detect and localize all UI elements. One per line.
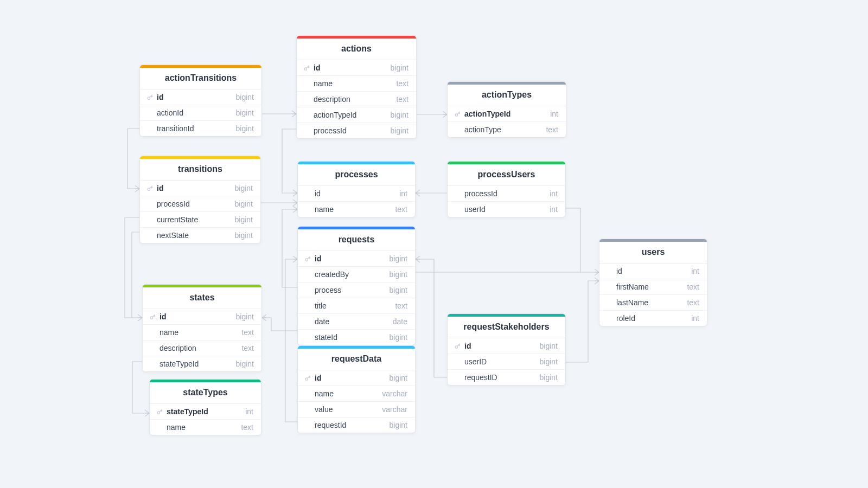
column-row[interactable]: nametext [143, 325, 261, 341]
key-icon [146, 94, 154, 101]
column-row[interactable]: processIdint [448, 186, 565, 202]
column-row[interactable]: processbigint [298, 282, 415, 298]
column-row[interactable]: titletext [298, 298, 415, 314]
column-row[interactable]: transitionIdbigint [140, 121, 261, 136]
table-title: requestStakeholders [448, 317, 565, 338]
table-states[interactable]: statesidbigintnametextdescriptiontextsta… [142, 284, 262, 372]
column-row[interactable]: nametext [298, 202, 415, 217]
column-row[interactable]: descriptiontext [297, 92, 416, 107]
column-row[interactable]: roleIdint [599, 311, 707, 326]
column-name: actionType [454, 125, 501, 134]
table-actions[interactable]: actionsidbigintnametextdescriptiontextac… [296, 35, 417, 139]
column-name: processId [146, 200, 190, 208]
column-type: bigint [390, 333, 407, 342]
column-name: actionId [146, 108, 183, 117]
column-type: bigint [236, 108, 254, 117]
column-row[interactable]: stateIdbigint [298, 330, 415, 345]
column-row[interactable]: actionTypeIdint [448, 106, 566, 122]
column-type: bigint [390, 374, 407, 382]
column-name: roleId [606, 314, 635, 323]
column-type: bigint [390, 421, 407, 429]
table-transitions[interactable]: transitionsidbigintprocessIdbigintcurren… [139, 156, 261, 243]
column-row[interactable]: userIDbigint [448, 354, 565, 370]
column-name: id [146, 184, 163, 192]
column-row[interactable]: stateTypeIdbigint [143, 356, 261, 371]
column-row[interactable]: processIdbigint [140, 196, 260, 212]
column-row[interactable]: processIdbigint [297, 123, 416, 138]
table-processes[interactable]: processesidintnametext [297, 161, 416, 217]
table-requestStakeholders[interactable]: requestStakeholdersidbigintuserIDbigintr… [447, 313, 566, 386]
table-actionTransitions[interactable]: actionTransitionsidbigintactionIdbigintt… [139, 65, 262, 137]
table-title: processes [298, 164, 415, 186]
table-title: users [599, 242, 707, 264]
column-name: userID [454, 357, 487, 366]
column-name: stateTypeId [156, 407, 208, 416]
column-row[interactable]: actionTypetext [448, 122, 566, 137]
table-requestData[interactable]: requestDataidbigintnamevarcharvaluevarch… [297, 345, 416, 433]
table-processUsers[interactable]: processUsersprocessIdintuserIdint [447, 161, 566, 217]
column-name: stateId [304, 333, 337, 342]
column-row[interactable]: idbigint [298, 370, 415, 386]
column-type: int [691, 314, 699, 323]
column-type: bigint [390, 286, 407, 294]
column-name: name [304, 389, 334, 398]
table-title: transitions [140, 159, 260, 181]
column-row[interactable]: idbigint [140, 89, 261, 105]
column-type: int [691, 267, 699, 275]
column-row[interactable]: nextStatebigint [140, 228, 260, 243]
column-name: name [156, 423, 186, 432]
column-row[interactable]: requestIdbigint [298, 418, 415, 433]
column-row[interactable]: nametext [150, 420, 261, 435]
column-row[interactable]: createdBybigint [298, 267, 415, 282]
column-name: lastName [606, 298, 648, 307]
column-type: text [241, 423, 253, 432]
column-row[interactable]: currentStatebigint [140, 212, 260, 228]
column-type: text [546, 125, 558, 134]
column-type: bigint [390, 270, 407, 279]
table-title: requestData [298, 349, 415, 370]
column-type: text [396, 95, 409, 104]
column-row[interactable]: valuevarchar [298, 402, 415, 418]
column-type: bigint [391, 63, 409, 72]
column-row[interactable]: nametext [297, 76, 416, 92]
column-row[interactable]: userIdint [448, 202, 565, 217]
column-row[interactable]: actionTypeIdbigint [297, 107, 416, 123]
column-type: text [687, 282, 699, 291]
column-row[interactable]: idbigint [143, 309, 261, 325]
column-row[interactable]: actionIdbigint [140, 105, 261, 121]
column-row[interactable]: descriptiontext [143, 341, 261, 356]
column-type: int [550, 110, 558, 118]
column-type: text [396, 79, 409, 88]
column-type: bigint [540, 373, 558, 382]
table-users[interactable]: usersidintfirstNametextlastNametextroleI… [599, 239, 707, 326]
column-name: title [304, 301, 327, 310]
column-type: bigint [236, 312, 254, 321]
table-stateTypes[interactable]: stateTypesstateTypeIdintnametext [149, 379, 261, 435]
column-row[interactable]: lastNametext [599, 295, 707, 311]
column-type: bigint [235, 231, 253, 240]
key-icon [454, 343, 461, 350]
column-row[interactable]: idbigint [297, 60, 416, 76]
table-actionTypes[interactable]: actionTypesactionTypeIdintactionTypetext [447, 81, 566, 138]
column-row[interactable]: idint [599, 264, 707, 279]
column-row[interactable]: namevarchar [298, 386, 415, 402]
column-row[interactable]: requestIDbigint [448, 370, 565, 385]
column-row[interactable]: idbigint [298, 251, 415, 267]
table-requests[interactable]: requestsidbigintcreatedBybigintprocessbi… [297, 226, 416, 345]
column-row[interactable]: idbigint [140, 181, 260, 196]
column-row[interactable]: idint [298, 186, 415, 202]
column-row[interactable]: idbigint [448, 338, 565, 354]
key-icon [146, 185, 154, 192]
column-name: nextState [146, 231, 189, 240]
column-row[interactable]: firstNametext [599, 279, 707, 295]
column-row[interactable]: datedate [298, 314, 415, 330]
column-name: name [303, 79, 333, 88]
table-title: requests [298, 229, 415, 251]
column-type: varchar [382, 405, 407, 414]
column-name: actionTypeId [454, 110, 510, 118]
column-row[interactable]: stateTypeIdint [150, 404, 261, 420]
table-title: actionTransitions [140, 68, 261, 89]
er-diagram-canvas[interactable]: actionTransitionsidbigintactionIdbigintt… [0, 0, 868, 488]
column-name: requestId [304, 421, 346, 429]
column-type: bigint [391, 126, 409, 135]
